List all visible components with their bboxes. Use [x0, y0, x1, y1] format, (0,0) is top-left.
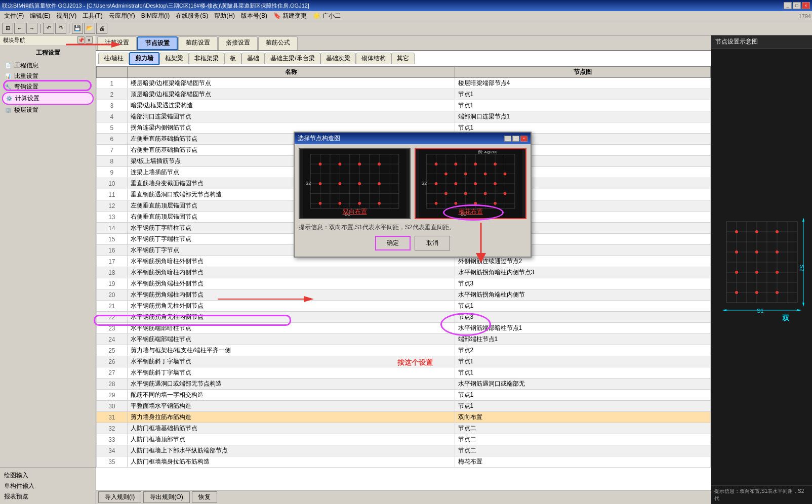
- subtab-other[interactable]: 其它: [391, 53, 415, 64]
- row-name: 水平钢筋拐角暗柱内侧节点: [127, 267, 455, 278]
- row-name: 水平钢筋斜丁字墙节点: [127, 356, 455, 367]
- table-row[interactable]: 20水平钢筋拐角端柱内侧节点水平钢筋拐角端柱内侧节: [97, 289, 711, 301]
- sidebar-single[interactable]: 单构件输入: [2, 481, 94, 491]
- table-row[interactable]: 34人防门框墙上下部水平纵筋端部节点节点二: [97, 445, 711, 456]
- title-bar-controls: _ □ ×: [784, 2, 810, 9]
- export-rules-btn[interactable]: 导出规则(O): [143, 491, 189, 503]
- svg-marker-30: [797, 309, 801, 311]
- table-row[interactable]: 25剪力墙与框架柱/框支柱/端柱平齐一侧节点2: [97, 345, 711, 356]
- subtab-shearwall[interactable]: 剪力墙: [129, 52, 159, 65]
- table-row[interactable]: 32人防门框墙基础插筋节点节点二: [97, 423, 711, 434]
- toolbar-back[interactable]: ←: [14, 23, 25, 34]
- svg-point-20: [735, 271, 738, 274]
- tab-node-settings[interactable]: 节点设置: [137, 36, 178, 50]
- toolbar-open[interactable]: 📂: [84, 23, 95, 34]
- subtab-masonry[interactable]: 砌体结构: [356, 53, 391, 64]
- svg-point-95: [435, 202, 438, 205]
- row-num: 33: [97, 434, 128, 445]
- toolbar-print[interactable]: 🖨: [96, 23, 107, 34]
- table-row[interactable]: 24水平钢筋端部端柱节点端部端柱节点1: [97, 334, 711, 345]
- maximize-btn[interactable]: □: [793, 2, 801, 9]
- modal-maximize[interactable]: □: [512, 136, 519, 142]
- tab-overlap[interactable]: 搭接设置: [218, 36, 258, 50]
- subtab-frame-beam[interactable]: 框架梁: [159, 53, 189, 64]
- nav-item-engineering[interactable]: 📄 工程信息: [2, 60, 94, 71]
- subtab-slab[interactable]: 板: [224, 53, 241, 64]
- restore-btn[interactable]: 恢复: [192, 491, 217, 503]
- menu-new-change[interactable]: 🔖 新建变更: [270, 11, 310, 21]
- table-row[interactable]: 29配筋不同的墙一字相交构造节点1: [97, 390, 711, 401]
- tab-stirrup[interactable]: 箍筋设置: [178, 36, 218, 50]
- modal-cancel-btn[interactable]: 取消: [415, 236, 450, 250]
- menu-version[interactable]: 版本号(B): [238, 11, 270, 21]
- table-row[interactable]: 28水平钢筋遇洞口或端部无节点构造水平钢筋遇洞口或端部无: [97, 379, 711, 390]
- subtab-foundation[interactable]: 基础: [241, 53, 265, 64]
- menu-view[interactable]: 视图(V): [53, 11, 79, 21]
- table-row[interactable]: 35人防门框墙墙身拉筋布筋构造梅花布置: [97, 456, 711, 468]
- table-row[interactable]: 2顶层暗梁/边框梁端部锚固节点节点1: [97, 89, 711, 100]
- table-container[interactable]: 名称 节点图 1楼层暗梁/边框梁端部锚固节点楼层暗梁端部节点42顶层暗梁/边框梁…: [96, 66, 711, 490]
- table-row[interactable]: 4端部洞口连梁锚固节点端部洞口连梁节点1: [97, 111, 711, 122]
- subtab-nonframe-beam[interactable]: 非框架梁: [189, 53, 224, 64]
- table-row[interactable]: 31剪力墙身拉筋布筋构造双向布置: [97, 412, 711, 423]
- table-row[interactable]: 21水平钢筋拐角无柱外侧节点节点1: [97, 301, 711, 312]
- table-row[interactable]: 19水平钢筋拐角端柱外侧节点节点3: [97, 278, 711, 289]
- tab-calc-settings[interactable]: 计算设置: [97, 36, 137, 50]
- tab-stirrup-formula[interactable]: 箍筋公式: [258, 36, 298, 50]
- nav-item-hook[interactable]: 🔧 弯钩设置: [2, 81, 94, 92]
- row-num: 22: [97, 312, 128, 323]
- table-row[interactable]: 33人防门框墙顶部节点节点二: [97, 434, 711, 445]
- menu-guang[interactable]: 🌟 广小二: [310, 11, 343, 21]
- row-name: 水平钢筋端部端柱节点: [127, 334, 455, 345]
- table-row[interactable]: 3暗梁/边框梁遇连梁构造节点1: [97, 100, 711, 111]
- toolbar-save[interactable]: 💾: [72, 23, 83, 34]
- table-row[interactable]: 23水平钢筋端部暗柱节点水平钢筋端部暗柱节点1: [97, 323, 711, 334]
- minimize-btn[interactable]: _: [784, 2, 792, 9]
- menu-online[interactable]: 在线服务(S): [173, 11, 211, 21]
- toolbar-forward[interactable]: →: [26, 23, 37, 34]
- table-row[interactable]: 22水平钢筋拐角无柱内侧节点节点3: [97, 312, 711, 323]
- subtab-foundation-beam[interactable]: 基础主梁/承台梁: [265, 53, 320, 64]
- nav-item-weight[interactable]: 📊 比重设置: [2, 71, 94, 81]
- sidebar-report[interactable]: 报表预览: [2, 491, 94, 502]
- nav-item-weight-label: 比重设置: [14, 72, 38, 80]
- sidebar-spacer: [0, 117, 96, 468]
- table-row[interactable]: 30平整面墙水平钢筋构造节点1: [97, 401, 711, 412]
- modal-dialog[interactable]: 选择节点构造图 _ □ ×: [294, 132, 532, 258]
- close-btn[interactable]: ×: [802, 2, 810, 9]
- row-num: 4: [97, 111, 128, 122]
- table-row[interactable]: 18水平钢筋拐角暗柱内侧节点水平钢筋拐角暗柱内侧节点3: [97, 267, 711, 278]
- modal-ok-btn[interactable]: 确定: [375, 236, 411, 250]
- subtab-col[interactable]: 柱/墙柱: [98, 53, 129, 64]
- sidebar-close[interactable]: ×: [86, 36, 93, 44]
- subtab-foundation-sec[interactable]: 基础次梁: [320, 53, 356, 64]
- menu-bim[interactable]: BIM应用(I): [138, 11, 173, 21]
- row-num: 31: [97, 412, 128, 423]
- menu-edit[interactable]: 编辑(E): [27, 11, 53, 21]
- row-num: 20: [97, 289, 128, 301]
- nav-item-calc[interactable]: ⚙️ 计算设置: [2, 92, 94, 105]
- toolbar-redo[interactable]: ↷: [55, 23, 66, 34]
- table-row[interactable]: 1楼层暗梁/边框梁端部锚固节点楼层暗梁端部节点4: [97, 78, 711, 89]
- svg-point-61: [378, 202, 381, 205]
- table-row[interactable]: 26水平钢筋斜丁字墙节点节点1: [97, 356, 711, 367]
- toolbar-grid[interactable]: ⊞: [2, 23, 13, 34]
- sidebar-pin[interactable]: 📌: [77, 36, 85, 44]
- option-bidirectional[interactable]: S2 S1 双向布置: [299, 148, 411, 219]
- modal-close[interactable]: ×: [520, 136, 527, 142]
- svg-point-59: [338, 202, 341, 205]
- toolbar-undo[interactable]: ↶: [43, 23, 54, 34]
- import-rules-btn[interactable]: 导入规则(I): [98, 491, 141, 503]
- svg-point-82: [494, 162, 497, 165]
- menu-cloud[interactable]: 云应用(Y): [106, 11, 138, 21]
- project-title: 工程设置: [2, 48, 94, 58]
- row-num: 19: [97, 278, 128, 289]
- menu-tools[interactable]: 工具(T): [79, 11, 105, 21]
- modal-minimize[interactable]: _: [504, 136, 511, 142]
- menu-help[interactable]: 帮助(H): [211, 11, 238, 21]
- sidebar-draw[interactable]: 绘图输入: [2, 470, 94, 481]
- nav-item-floor[interactable]: 🏢 楼层设置: [2, 105, 94, 115]
- menu-file[interactable]: 文件(F): [1, 11, 27, 21]
- option-quincunx[interactable]: S2 S1 例: A@200 梅花布置: [415, 148, 526, 219]
- table-row[interactable]: 27水平钢筋斜丁字墙节点节点1: [97, 367, 711, 379]
